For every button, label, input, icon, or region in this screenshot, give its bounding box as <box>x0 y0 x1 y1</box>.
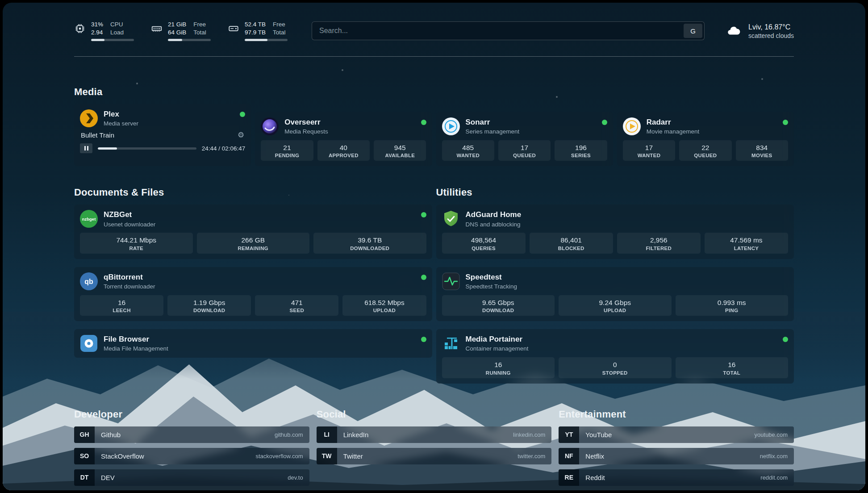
stat-label: MOVIES <box>738 153 786 158</box>
entertainment-section-title: Entertainment <box>559 409 794 420</box>
stat-upload: 618.52 Mbps UPLOAD <box>342 295 426 316</box>
memory-icon <box>151 23 164 34</box>
qbittorrent-card[interactable]: qb qBittorrent Torrent downloader 16 LEE… <box>74 267 432 321</box>
stat-ping: 0.993 ms PING <box>676 295 789 316</box>
sonarr-card[interactable]: Sonarr Series management 485 WANTED 17 Q… <box>436 112 613 166</box>
stat-value: 834 <box>738 143 786 152</box>
qbittorrent-status-dot <box>421 275 426 280</box>
bookmark-netflix[interactable]: NF Netflix netflix.com <box>559 448 794 464</box>
section-utilities: Utilities <box>436 187 794 383</box>
stat-latency: 47.569 ms LATENCY <box>705 233 788 253</box>
overseerr-icon <box>261 117 279 135</box>
plex-now-playing: Bullet Train <box>81 131 114 139</box>
stat-value: 16 <box>444 360 553 369</box>
stat-label: BLOCKED <box>531 246 611 251</box>
bookmark-url: github.com <box>275 431 303 438</box>
bookmark-youtube[interactable]: YT YouTube youtube.com <box>559 426 794 443</box>
nzbget-card[interactable]: nzbget NZBGet Usenet downloader 744.21 M… <box>74 205 432 259</box>
gear-icon[interactable]: ⚙ <box>238 131 244 139</box>
portainer-status-dot <box>783 337 788 342</box>
bookmarks-sections: Developer GH Github github.com SO StackO… <box>74 409 794 486</box>
memory-value-1: 21 GiB <box>168 21 186 29</box>
stat-value: 47.569 ms <box>706 236 786 244</box>
stat-label: WANTED <box>625 153 673 158</box>
stat-value: 498,564 <box>444 236 524 244</box>
stat-label: DOWNLOAD <box>444 308 553 313</box>
stat-value: 618.52 Mbps <box>344 298 424 307</box>
bookmark-twitter[interactable]: TW Twitter twitter.com <box>317 448 552 464</box>
stat-value: 17 <box>625 143 673 152</box>
stat-total: 16 TOTAL <box>676 357 789 378</box>
search-provider-button[interactable]: G <box>684 24 702 38</box>
radarr-card[interactable]: Radarr Movie management 17 WANTED 22 QUE… <box>617 112 794 166</box>
cpu-widget: 31% 2.94 CPU Load <box>74 21 134 41</box>
overseerr-subtitle: Media Requests <box>284 128 421 135</box>
cpu-label-2: Load <box>110 29 124 37</box>
stat-label: SEED <box>257 308 337 313</box>
stat-movies: 834 MOVIES <box>736 140 788 161</box>
plex-card[interactable]: Plex Media server Bullet Train ⚙ <box>74 104 251 166</box>
svg-text:nzbget: nzbget <box>82 217 96 221</box>
stat-running: 16 RUNNING <box>442 357 555 378</box>
filebrowser-card[interactable]: File Browser Media File Management <box>74 329 432 358</box>
bookmark-url: linkedin.com <box>513 431 545 438</box>
adguard-card[interactable]: AdGuard Home DNS and adblocking 498,564 … <box>436 205 794 259</box>
bookmark-name: Twitter <box>343 452 518 460</box>
stat-seed: 471 SEED <box>255 295 338 316</box>
section-social: Social LI LinkedIn linkedin.com TW Twitt… <box>317 409 552 464</box>
stat-value: 16 <box>82 298 162 307</box>
qbittorrent-name: qBittorrent <box>104 273 421 282</box>
nzbget-icon: nzbget <box>80 210 98 228</box>
search-input[interactable] <box>312 21 705 40</box>
stat-queued: 22 QUEUED <box>679 140 731 161</box>
stat-label: APPROVED <box>319 153 368 158</box>
nzbget-status-dot <box>421 212 426 217</box>
stat-upload: 9.24 Gbps UPLOAD <box>559 295 672 316</box>
bookmark-abbr: SO <box>74 448 95 464</box>
search-bar: G <box>312 21 705 40</box>
bookmark-url: netflix.com <box>760 453 788 460</box>
pause-button[interactable] <box>80 143 92 153</box>
stat-download: 9.65 Gbps DOWNLOAD <box>442 295 555 316</box>
section-documents: Documents & Files nzbget NZBGet Usenet d… <box>74 187 432 358</box>
bookmark-github[interactable]: GH Github github.com <box>74 426 309 443</box>
stat-value: 945 <box>376 143 424 152</box>
header-divider <box>74 56 794 57</box>
overseerr-card[interactable]: Overseerr Media Requests 21 PENDING 40 A… <box>255 112 432 166</box>
stat-value: 22 <box>681 143 730 152</box>
stat-label: PENDING <box>263 153 311 158</box>
radarr-name: Radarr <box>647 118 783 127</box>
weather-widget: Lviv, 16.87°C scattered clouds <box>724 22 794 39</box>
dashboard-page: 31% 2.94 CPU Load <box>3 3 865 490</box>
stat-value: 196 <box>556 143 605 152</box>
stat-value: 39.6 TB <box>315 236 425 244</box>
disk-labels: Free Total <box>273 21 286 36</box>
bookmark-name: Netflix <box>585 452 760 460</box>
bookmark-dev[interactable]: DT DEV dev.to <box>74 469 309 486</box>
stat-label: LEECH <box>82 308 162 313</box>
stat-label: AVAILABLE <box>376 153 424 158</box>
speedtest-icon <box>442 272 460 290</box>
cpu-labels: CPU Load <box>110 21 124 36</box>
stat-value: 40 <box>319 143 368 152</box>
portainer-subtitle: Container management <box>466 345 783 352</box>
plex-progress-track[interactable] <box>98 147 196 150</box>
bookmark-stackoverflow[interactable]: SO StackOverflow stackoverflow.com <box>74 448 309 464</box>
disk-value-1: 52.4 TB <box>245 21 266 29</box>
stat-wanted: 485 WANTED <box>442 140 494 161</box>
content: 31% 2.94 CPU Load <box>3 3 865 490</box>
speedtest-card[interactable]: Speedtest Speedtest Tracking 9.65 Gbps D… <box>436 267 794 321</box>
stat-value: 86,401 <box>531 236 611 244</box>
stat-wanted: 17 WANTED <box>623 140 675 161</box>
stat-remaining: 266 GB REMAINING <box>197 233 310 253</box>
stat-value: 471 <box>257 298 337 307</box>
bookmark-name: LinkedIn <box>343 431 513 439</box>
stat-queued: 17 QUEUED <box>498 140 551 161</box>
bookmark-abbr: TW <box>317 448 337 464</box>
stat-value: 0.993 ms <box>677 298 787 307</box>
filebrowser-icon <box>80 334 98 352</box>
bookmark-linkedin[interactable]: LI LinkedIn linkedin.com <box>317 426 552 443</box>
portainer-card[interactable]: Media Portainer Container management 16 … <box>436 329 794 383</box>
bookmark-reddit[interactable]: RE Reddit reddit.com <box>559 469 794 486</box>
background-stars <box>3 3 4 4</box>
